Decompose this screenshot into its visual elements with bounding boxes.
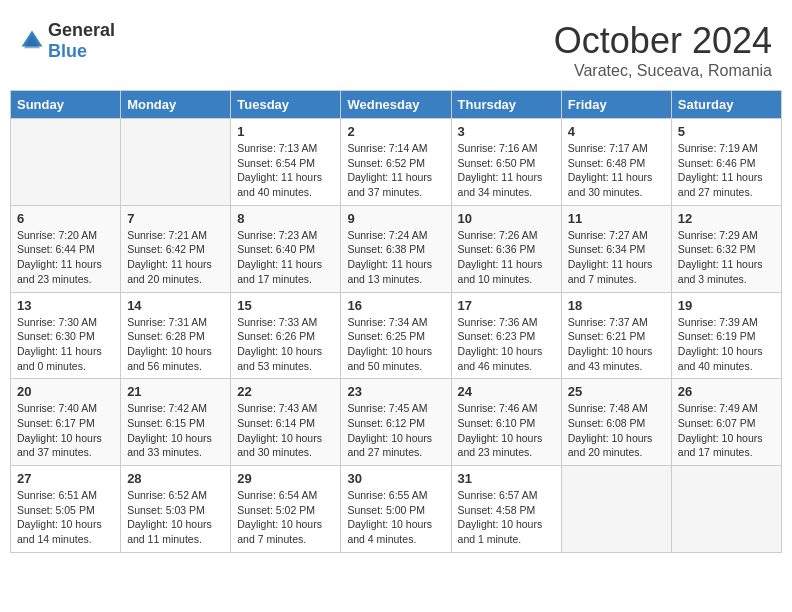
- day-info: Sunrise: 7:29 AMSunset: 6:32 PMDaylight:…: [678, 228, 775, 287]
- day-number: 29: [237, 471, 334, 486]
- day-number: 23: [347, 384, 444, 399]
- calendar-week-row: 6Sunrise: 7:20 AMSunset: 6:44 PMDaylight…: [11, 205, 782, 292]
- day-number: 25: [568, 384, 665, 399]
- calendar-cell: [121, 119, 231, 206]
- calendar-cell: 25Sunrise: 7:48 AMSunset: 6:08 PMDayligh…: [561, 379, 671, 466]
- day-info: Sunrise: 7:45 AMSunset: 6:12 PMDaylight:…: [347, 401, 444, 460]
- day-number: 20: [17, 384, 114, 399]
- day-number: 8: [237, 211, 334, 226]
- day-number: 24: [458, 384, 555, 399]
- day-info: Sunrise: 6:54 AMSunset: 5:02 PMDaylight:…: [237, 488, 334, 547]
- day-info: Sunrise: 7:33 AMSunset: 6:26 PMDaylight:…: [237, 315, 334, 374]
- day-number: 5: [678, 124, 775, 139]
- calendar-cell: 21Sunrise: 7:42 AMSunset: 6:15 PMDayligh…: [121, 379, 231, 466]
- day-number: 4: [568, 124, 665, 139]
- day-number: 30: [347, 471, 444, 486]
- weekday-header: Thursday: [451, 91, 561, 119]
- day-info: Sunrise: 7:27 AMSunset: 6:34 PMDaylight:…: [568, 228, 665, 287]
- location-title: Varatec, Suceava, Romania: [554, 62, 772, 80]
- day-info: Sunrise: 7:23 AMSunset: 6:40 PMDaylight:…: [237, 228, 334, 287]
- calendar-cell: 28Sunrise: 6:52 AMSunset: 5:03 PMDayligh…: [121, 466, 231, 553]
- calendar-cell: 16Sunrise: 7:34 AMSunset: 6:25 PMDayligh…: [341, 292, 451, 379]
- weekday-header: Wednesday: [341, 91, 451, 119]
- day-number: 9: [347, 211, 444, 226]
- calendar-cell: 20Sunrise: 7:40 AMSunset: 6:17 PMDayligh…: [11, 379, 121, 466]
- weekday-header: Sunday: [11, 91, 121, 119]
- day-number: 26: [678, 384, 775, 399]
- day-number: 28: [127, 471, 224, 486]
- calendar-table: SundayMondayTuesdayWednesdayThursdayFrid…: [10, 90, 782, 553]
- day-info: Sunrise: 7:37 AMSunset: 6:21 PMDaylight:…: [568, 315, 665, 374]
- calendar-cell: 23Sunrise: 7:45 AMSunset: 6:12 PMDayligh…: [341, 379, 451, 466]
- calendar-cell: 2Sunrise: 7:14 AMSunset: 6:52 PMDaylight…: [341, 119, 451, 206]
- calendar-cell: 15Sunrise: 7:33 AMSunset: 6:26 PMDayligh…: [231, 292, 341, 379]
- day-number: 12: [678, 211, 775, 226]
- logo-general: General: [48, 20, 115, 40]
- day-number: 13: [17, 298, 114, 313]
- page-header: General Blue October 2024 Varatec, Sucea…: [10, 10, 782, 85]
- calendar-cell: 5Sunrise: 7:19 AMSunset: 6:46 PMDaylight…: [671, 119, 781, 206]
- day-info: Sunrise: 7:39 AMSunset: 6:19 PMDaylight:…: [678, 315, 775, 374]
- day-number: 16: [347, 298, 444, 313]
- calendar-cell: 10Sunrise: 7:26 AMSunset: 6:36 PMDayligh…: [451, 205, 561, 292]
- day-info: Sunrise: 7:48 AMSunset: 6:08 PMDaylight:…: [568, 401, 665, 460]
- day-info: Sunrise: 6:55 AMSunset: 5:00 PMDaylight:…: [347, 488, 444, 547]
- day-info: Sunrise: 6:52 AMSunset: 5:03 PMDaylight:…: [127, 488, 224, 547]
- day-info: Sunrise: 7:26 AMSunset: 6:36 PMDaylight:…: [458, 228, 555, 287]
- calendar-cell: 14Sunrise: 7:31 AMSunset: 6:28 PMDayligh…: [121, 292, 231, 379]
- calendar-cell: 18Sunrise: 7:37 AMSunset: 6:21 PMDayligh…: [561, 292, 671, 379]
- day-number: 2: [347, 124, 444, 139]
- day-info: Sunrise: 6:57 AMSunset: 4:58 PMDaylight:…: [458, 488, 555, 547]
- day-number: 27: [17, 471, 114, 486]
- day-number: 14: [127, 298, 224, 313]
- day-info: Sunrise: 7:36 AMSunset: 6:23 PMDaylight:…: [458, 315, 555, 374]
- day-number: 11: [568, 211, 665, 226]
- day-number: 1: [237, 124, 334, 139]
- logo-icon: [20, 29, 44, 53]
- calendar-cell: 11Sunrise: 7:27 AMSunset: 6:34 PMDayligh…: [561, 205, 671, 292]
- calendar-cell: [671, 466, 781, 553]
- day-number: 31: [458, 471, 555, 486]
- calendar-cell: 22Sunrise: 7:43 AMSunset: 6:14 PMDayligh…: [231, 379, 341, 466]
- day-info: Sunrise: 6:51 AMSunset: 5:05 PMDaylight:…: [17, 488, 114, 547]
- day-info: Sunrise: 7:42 AMSunset: 6:15 PMDaylight:…: [127, 401, 224, 460]
- title-block: October 2024 Varatec, Suceava, Romania: [554, 20, 772, 80]
- day-number: 6: [17, 211, 114, 226]
- calendar-week-row: 20Sunrise: 7:40 AMSunset: 6:17 PMDayligh…: [11, 379, 782, 466]
- calendar-cell: [561, 466, 671, 553]
- weekday-header: Saturday: [671, 91, 781, 119]
- day-info: Sunrise: 7:46 AMSunset: 6:10 PMDaylight:…: [458, 401, 555, 460]
- calendar-cell: 1Sunrise: 7:13 AMSunset: 6:54 PMDaylight…: [231, 119, 341, 206]
- calendar-cell: 24Sunrise: 7:46 AMSunset: 6:10 PMDayligh…: [451, 379, 561, 466]
- day-number: 10: [458, 211, 555, 226]
- day-number: 19: [678, 298, 775, 313]
- day-info: Sunrise: 7:17 AMSunset: 6:48 PMDaylight:…: [568, 141, 665, 200]
- calendar-cell: 17Sunrise: 7:36 AMSunset: 6:23 PMDayligh…: [451, 292, 561, 379]
- day-number: 15: [237, 298, 334, 313]
- day-number: 21: [127, 384, 224, 399]
- day-number: 3: [458, 124, 555, 139]
- calendar-cell: 29Sunrise: 6:54 AMSunset: 5:02 PMDayligh…: [231, 466, 341, 553]
- calendar-cell: [11, 119, 121, 206]
- weekday-header: Tuesday: [231, 91, 341, 119]
- calendar-cell: 6Sunrise: 7:20 AMSunset: 6:44 PMDaylight…: [11, 205, 121, 292]
- calendar-week-row: 1Sunrise: 7:13 AMSunset: 6:54 PMDaylight…: [11, 119, 782, 206]
- month-title: October 2024: [554, 20, 772, 62]
- day-info: Sunrise: 7:40 AMSunset: 6:17 PMDaylight:…: [17, 401, 114, 460]
- day-info: Sunrise: 7:16 AMSunset: 6:50 PMDaylight:…: [458, 141, 555, 200]
- day-info: Sunrise: 7:49 AMSunset: 6:07 PMDaylight:…: [678, 401, 775, 460]
- day-info: Sunrise: 7:34 AMSunset: 6:25 PMDaylight:…: [347, 315, 444, 374]
- day-info: Sunrise: 7:43 AMSunset: 6:14 PMDaylight:…: [237, 401, 334, 460]
- weekday-header: Friday: [561, 91, 671, 119]
- weekday-header-row: SundayMondayTuesdayWednesdayThursdayFrid…: [11, 91, 782, 119]
- calendar-cell: 30Sunrise: 6:55 AMSunset: 5:00 PMDayligh…: [341, 466, 451, 553]
- calendar-cell: 31Sunrise: 6:57 AMSunset: 4:58 PMDayligh…: [451, 466, 561, 553]
- logo-blue: Blue: [48, 41, 87, 61]
- day-info: Sunrise: 7:20 AMSunset: 6:44 PMDaylight:…: [17, 228, 114, 287]
- day-info: Sunrise: 7:21 AMSunset: 6:42 PMDaylight:…: [127, 228, 224, 287]
- calendar-cell: 19Sunrise: 7:39 AMSunset: 6:19 PMDayligh…: [671, 292, 781, 379]
- calendar-week-row: 13Sunrise: 7:30 AMSunset: 6:30 PMDayligh…: [11, 292, 782, 379]
- day-info: Sunrise: 7:31 AMSunset: 6:28 PMDaylight:…: [127, 315, 224, 374]
- calendar-cell: 8Sunrise: 7:23 AMSunset: 6:40 PMDaylight…: [231, 205, 341, 292]
- calendar-cell: 7Sunrise: 7:21 AMSunset: 6:42 PMDaylight…: [121, 205, 231, 292]
